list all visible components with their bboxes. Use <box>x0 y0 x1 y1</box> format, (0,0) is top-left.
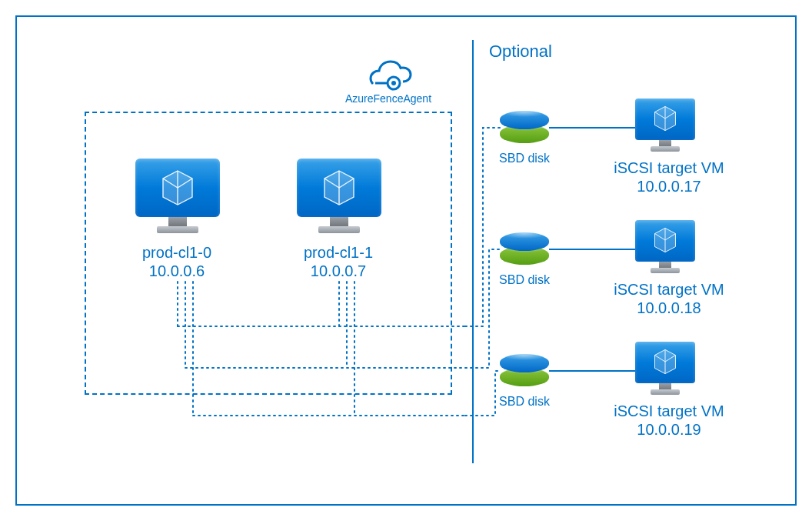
iscsi-target-1-label: iSCSI target VM <box>607 159 730 177</box>
optional-heading: Optional <box>489 42 581 62</box>
azure-cloud-icon <box>368 60 414 92</box>
vm-icon-prod-cl1-0 <box>135 159 220 235</box>
iscsi-target-3-ip: 10.0.0.19 <box>607 420 730 439</box>
iscsi-target-2-label: iSCSI target VM <box>607 280 730 299</box>
prod-cl1-0-ip: 10.0.0.6 <box>123 262 231 280</box>
prod-cl1-1-name: prod-cl1-1 <box>285 243 392 262</box>
iscsi-target-1-ip: 10.0.0.17 <box>607 177 730 195</box>
azure-fence-agent-label: AzureFenceAgent <box>338 92 438 105</box>
vm-icon-iscsi-3 <box>635 342 695 399</box>
vm-icon-prod-cl1-1 <box>297 159 381 235</box>
vm-icon-iscsi-2 <box>635 220 695 277</box>
vm-icon-iscsi-1 <box>635 99 695 155</box>
sbd-disk-label-2: SBD disk <box>489 272 560 287</box>
prod-cl1-1-ip: 10.0.0.7 <box>285 262 392 280</box>
sbd-disk-label-3: SBD disk <box>489 394 560 409</box>
sbd-disk-icon-3 <box>500 354 549 389</box>
sbd-disk-icon-2 <box>500 232 549 268</box>
diagram-stage: AzureFenceAgent prod-cl1-0 10.0.0.6 prod… <box>0 0 812 521</box>
iscsi-target-2-ip: 10.0.0.18 <box>607 299 730 317</box>
prod-cl1-0-name: prod-cl1-0 <box>123 243 231 262</box>
sbd-disk-icon-1 <box>500 111 549 146</box>
iscsi-target-3-label: iSCSI target VM <box>607 402 730 420</box>
svg-point-1 <box>391 81 396 85</box>
sbd-disk-label-1: SBD disk <box>489 151 560 165</box>
